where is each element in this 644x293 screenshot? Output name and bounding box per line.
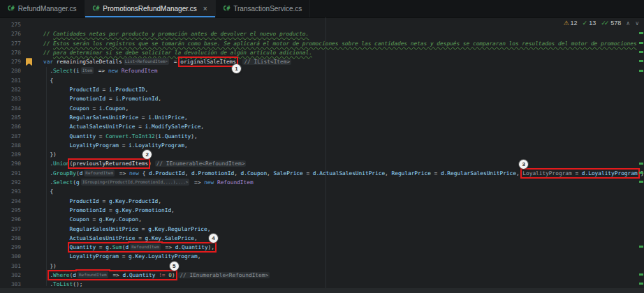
code-line-content: Coupon = i.Coupon,: [43, 104, 129, 113]
code-token: }): [43, 263, 57, 269]
code-line-content: {: [43, 187, 53, 196]
code-token: d.ActualSalesUnitPrice: [313, 170, 385, 176]
line-number[interactable]: 286: [0, 122, 21, 131]
gutter-glyph-margin[interactable]: [21, 243, 43, 252]
change-marker[interactable]: [639, 163, 643, 165]
bookmark-icon[interactable]: [26, 58, 32, 66]
gutter-glyph-margin[interactable]: [21, 215, 43, 224]
gutter-glyph-margin[interactable]: [21, 206, 43, 215]
line-number[interactable]: 287: [0, 132, 21, 141]
line-number[interactable]: 296: [0, 215, 21, 224]
change-marker[interactable]: [639, 70, 643, 72]
line-number[interactable]: 283: [0, 94, 21, 103]
close-icon[interactable]: ×: [203, 5, 207, 13]
code-line-content: // Estos serán los registros que se toma…: [43, 39, 637, 48]
change-marker[interactable]: [639, 246, 643, 248]
code-line: 302 .Where(dRefoundItem => d.Quantity !=…: [0, 271, 644, 280]
code-token: originalSaleItems: [180, 59, 236, 65]
line-number[interactable]: 280: [0, 66, 21, 75]
line-number[interactable]: 285: [0, 113, 21, 122]
code-token: g.Key.RegularPrice: [148, 226, 207, 232]
tab-transactionservice[interactable]: C# TransactionService.cs: [216, 0, 311, 17]
gutter-glyph-margin[interactable]: [21, 20, 43, 29]
horizontal-scrollbar-track[interactable]: [0, 288, 644, 293]
line-number[interactable]: 301: [0, 262, 21, 271]
line-number[interactable]: 294: [0, 197, 21, 206]
gutter-glyph-margin[interactable]: [21, 94, 43, 103]
chevron-up-icon[interactable]: ∧: [626, 20, 630, 27]
gutter-glyph-margin[interactable]: [21, 48, 43, 57]
code-token: d: [80, 170, 83, 176]
gutter-glyph-margin[interactable]: [21, 132, 43, 141]
gutter-glyph-margin[interactable]: [21, 85, 43, 94]
line-number[interactable]: 289: [0, 150, 21, 159]
line-number[interactable]: 275: [0, 20, 21, 29]
gutter-glyph-margin[interactable]: [21, 150, 43, 159]
line-number[interactable]: 284: [0, 104, 21, 113]
line-number[interactable]: 293: [0, 187, 21, 196]
line-number[interactable]: 300: [0, 252, 21, 261]
tab-promotionsrefundmanager[interactable]: C# PromotionsRefundManager.cs ×: [85, 0, 216, 17]
code-line-content: .GroupBy(dRefoundItem => new { d.Product…: [43, 169, 644, 178]
gutter-glyph-margin[interactable]: [21, 169, 43, 178]
code-token: new: [129, 170, 139, 176]
code-token: ,: [207, 226, 211, 232]
code-token: ,: [184, 114, 188, 121]
gutter-glyph-margin[interactable]: [21, 122, 43, 131]
line-number[interactable]: 281: [0, 76, 21, 85]
gutter-glyph-margin[interactable]: [21, 271, 43, 280]
gutter-glyph-margin[interactable]: [21, 187, 43, 196]
gutter-glyph-margin[interactable]: [21, 252, 43, 261]
gutter-glyph-margin[interactable]: [21, 141, 43, 150]
line-number[interactable]: 290: [0, 159, 21, 168]
code-token: ,: [516, 170, 522, 176]
code-line: 294 ProductId = g.Key.ProductId,: [0, 197, 644, 206]
line-number[interactable]: 277: [0, 39, 21, 48]
code-token: Select: [53, 179, 73, 186]
change-marker[interactable]: [639, 273, 643, 276]
gutter-glyph-margin[interactable]: [21, 234, 43, 243]
line-number[interactable]: 291: [0, 169, 21, 178]
change-marker[interactable]: [639, 42, 643, 44]
gutter-glyph-margin[interactable]: [21, 66, 43, 75]
line-number[interactable]: 292: [0, 178, 21, 187]
line-number[interactable]: 278: [0, 48, 21, 57]
line-number[interactable]: 302: [0, 271, 21, 280]
code-token: i.Quantity: [158, 133, 191, 140]
line-number[interactable]: 288: [0, 141, 21, 150]
code-token: ,: [125, 105, 129, 112]
gutter-glyph-margin[interactable]: [21, 29, 43, 38]
gutter-glyph-margin[interactable]: [21, 113, 43, 122]
code-token: =>: [191, 179, 204, 186]
line-number[interactable]: 297: [0, 225, 21, 234]
code-token: g.Key.ProductId: [109, 198, 158, 204]
line-number[interactable]: 295: [0, 206, 21, 215]
gutter-glyph-margin[interactable]: [21, 262, 43, 271]
line-number[interactable]: 299: [0, 243, 21, 252]
gutter-glyph-margin[interactable]: [21, 178, 43, 187]
gutter-glyph-margin[interactable]: [21, 159, 43, 168]
code-editor[interactable]: 275276// Cantidades netas por producto y…: [0, 17, 644, 293]
code-token: {: [43, 188, 53, 195]
change-marker[interactable]: [639, 172, 643, 174]
gutter-glyph-margin[interactable]: [21, 104, 43, 113]
gutter-glyph-margin[interactable]: [21, 57, 43, 66]
change-marker[interactable]: [639, 60, 643, 62]
line-number[interactable]: 279: [0, 57, 21, 66]
tab-label: PromotionsRefundManager.cs: [103, 5, 197, 13]
change-marker[interactable]: [639, 283, 643, 285]
change-marker[interactable]: [639, 181, 643, 183]
chevron-down-icon[interactable]: ∨: [635, 20, 639, 27]
gutter-glyph-margin[interactable]: [21, 197, 43, 206]
line-number[interactable]: 298: [0, 234, 21, 243]
gutter-glyph-margin[interactable]: [21, 225, 43, 234]
change-marker[interactable]: [639, 32, 643, 34]
gutter-glyph-margin[interactable]: [21, 76, 43, 85]
line-number[interactable]: 282: [0, 85, 21, 94]
gutter-glyph-margin[interactable]: [21, 39, 43, 48]
code-token: [43, 235, 70, 241]
change-marker[interactable]: [639, 51, 643, 53]
line-number[interactable]: 276: [0, 29, 21, 38]
code-token: ToInt32: [132, 133, 155, 140]
tab-refundmanager[interactable]: C# RefundManager.cs: [0, 0, 85, 17]
